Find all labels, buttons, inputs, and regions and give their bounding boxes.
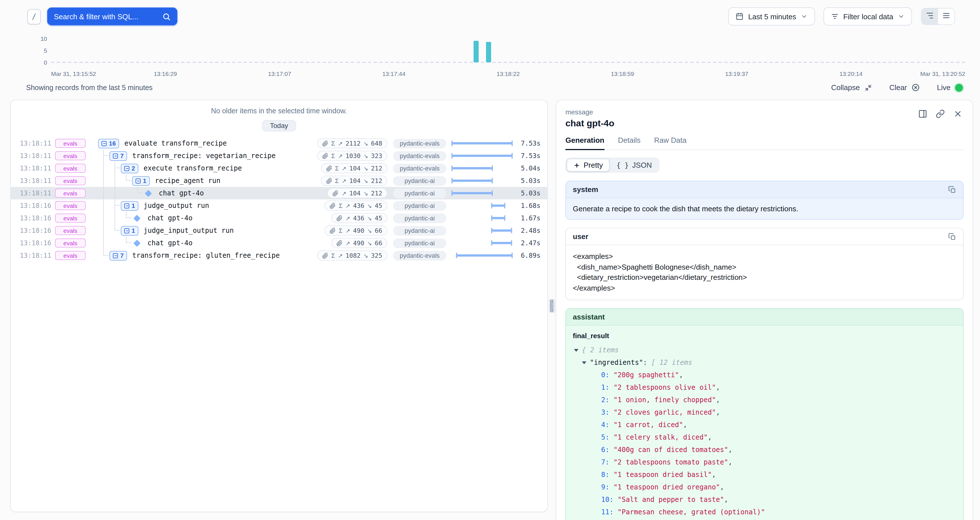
- json-key-line[interactable]: "ingredients": [ 12 items: [573, 356, 956, 369]
- chart-ytick-label: 5: [44, 47, 47, 54]
- live-toggle[interactable]: Live: [937, 83, 963, 92]
- chart-bar[interactable]: [486, 42, 492, 62]
- span-metadata-pill[interactable]: ↗490 ↘66: [331, 238, 387, 248]
- package-badge[interactable]: pydantic-ai: [393, 201, 446, 211]
- json-array-item: 0: "200g spaghetti",: [573, 369, 956, 381]
- grip-dots-icon: [552, 303, 552, 309]
- row-tag-badge[interactable]: evals: [55, 189, 86, 198]
- row-tag-badge[interactable]: evals: [55, 176, 86, 185]
- tokens-out-icon: ↘: [363, 153, 368, 159]
- expand-collapse-button[interactable]: 16: [98, 138, 119, 148]
- trace-row[interactable]: 13:18:16 evals 1 judge_output run Σ ↗436…: [11, 200, 547, 212]
- role-label: assistant: [573, 313, 605, 321]
- row-tag-badge[interactable]: evals: [55, 201, 86, 210]
- json-root-line[interactable]: { 2 items: [573, 344, 956, 356]
- span-metadata-pill[interactable]: Σ ↗490 ↘66: [325, 225, 387, 236]
- row-tag-badge[interactable]: evals: [55, 151, 86, 160]
- span-metadata-pill[interactable]: Σ ↗104 ↘212: [321, 176, 387, 186]
- package-badge[interactable]: pydantic-evals: [393, 138, 446, 148]
- duration-bar: [492, 217, 505, 219]
- span-metadata-pill[interactable]: ↗436 ↘45: [331, 213, 387, 223]
- chart-xtick-label: 13:18:22: [496, 70, 520, 77]
- json-mode-button[interactable]: { } JSON: [610, 159, 659, 172]
- span-metadata-pill[interactable]: Σ ↗1082 ↘325: [317, 250, 387, 260]
- tab-raw-data[interactable]: Raw Data: [654, 136, 687, 149]
- tokens-out-icon: ↘: [363, 140, 368, 146]
- tree-view-button[interactable]: [921, 8, 938, 24]
- records-timeline-chart[interactable]: 1050 Mar 31, 13:15:5213:16:2913:17:0713:…: [32, 32, 965, 77]
- row-tag-badge[interactable]: evals: [55, 251, 86, 260]
- list-view-button[interactable]: [938, 8, 955, 24]
- span-metadata-pill[interactable]: ↗104 ↘212: [328, 188, 387, 198]
- dock-panel-icon[interactable]: [918, 109, 927, 118]
- clear-button[interactable]: Clear: [889, 83, 920, 92]
- trace-row[interactable]: 13:18:16 evals 1 judge_input_output run …: [11, 224, 547, 237]
- expand-collapse-button[interactable]: 1: [121, 226, 138, 235]
- role-label: system: [573, 185, 598, 194]
- expand-collapse-button[interactable]: 1: [132, 176, 150, 185]
- pretty-mode-button[interactable]: Pretty: [566, 159, 610, 172]
- trace-row[interactable]: 13:18:11 evals 7 transform_recipe: veget…: [11, 149, 547, 162]
- trace-row[interactable]: 13:18:11 evals 2 execute transform_recip…: [11, 162, 547, 174]
- package-badge[interactable]: pydantic-evals: [393, 250, 446, 260]
- row-tag-badge[interactable]: evals: [55, 164, 86, 173]
- chart-plot: 1050: [51, 38, 965, 62]
- package-badge[interactable]: pydantic-ai: [393, 226, 446, 235]
- time-range-button[interactable]: Last 5 minutes: [729, 7, 815, 25]
- tokens-out-count: 66: [375, 239, 383, 247]
- duration-label: 5.04s: [512, 164, 541, 172]
- package-badge[interactable]: pydantic-evals: [393, 151, 446, 160]
- json-string-value: "2 tablespoons olive oil": [613, 381, 716, 394]
- trace-row[interactable]: 13:18:11 evals 1 recipe_agent run Σ ↗104…: [11, 174, 547, 187]
- row-tag-badge[interactable]: evals: [55, 139, 86, 148]
- today-pill[interactable]: Today: [262, 120, 296, 132]
- package-badge[interactable]: pydantic-ai: [393, 238, 446, 248]
- row-tag-badge[interactable]: evals: [55, 214, 86, 223]
- trace-row[interactable]: 13:18:11 evals 16 evaluate transform_rec…: [11, 137, 547, 149]
- expand-collapse-button[interactable]: 7: [110, 250, 127, 260]
- copy-button[interactable]: [948, 185, 956, 193]
- package-badge[interactable]: pydantic-evals: [393, 163, 446, 173]
- message-assistant-header: assistant: [566, 309, 963, 326]
- tokens-out-icon: ↘: [363, 178, 368, 184]
- expand-collapse-button[interactable]: 7: [110, 151, 127, 160]
- collapse-button[interactable]: Collapse: [831, 83, 872, 92]
- row-tag-badge[interactable]: evals: [55, 238, 86, 247]
- attachment-icon: [326, 178, 332, 184]
- trace-row[interactable]: 13:18:11 evals 7 transform_recipe: glute…: [11, 249, 547, 262]
- trace-row[interactable]: 13:18:16 evals chat gpt-4o ↗436 ↘45 pyda…: [11, 212, 547, 224]
- tree-guide: [110, 224, 121, 237]
- duration-bar: [492, 230, 512, 231]
- span-metadata-pill[interactable]: Σ ↗2112 ↘648: [317, 138, 387, 148]
- chart-bar[interactable]: [473, 41, 478, 62]
- span-metadata-pill[interactable]: Σ ↗104 ↘212: [321, 163, 387, 173]
- record-kind-label: message: [565, 108, 964, 116]
- row-tag-badge[interactable]: evals: [55, 226, 86, 235]
- trace-row[interactable]: 13:18:16 evals chat gpt-4o ↗490 ↘66 pyda…: [11, 237, 547, 249]
- collapse-minus-icon: [124, 228, 129, 233]
- detail-panel-actions: [918, 109, 963, 118]
- tab-generation[interactable]: Generation: [565, 136, 604, 149]
- tab-details[interactable]: Details: [618, 136, 641, 149]
- tree-guide: [121, 174, 132, 187]
- close-icon[interactable]: [953, 109, 963, 118]
- slash-shortcut-key[interactable]: /: [27, 9, 41, 24]
- json-string-value: "1 teaspoon dried basil": [613, 468, 712, 481]
- expand-collapse-button[interactable]: 2: [121, 163, 138, 173]
- attachment-icon: [336, 240, 342, 246]
- expand-collapse-button[interactable]: 1: [121, 201, 138, 211]
- span-metadata-pill[interactable]: Σ ↗436 ↘45: [325, 201, 387, 211]
- panel-resize-handle[interactable]: [549, 299, 555, 313]
- copy-button[interactable]: [948, 233, 956, 241]
- filter-local-data-button[interactable]: Filter local data: [824, 7, 912, 25]
- sql-search-button[interactable]: Search & filter with SQL...: [47, 7, 178, 25]
- duration-bar: [452, 179, 492, 182]
- span-metadata-pill[interactable]: Σ ↗1030 ↘323: [317, 151, 387, 161]
- package-badge[interactable]: pydantic-ai: [393, 213, 446, 223]
- chart-baseline: [51, 62, 965, 63]
- package-badge[interactable]: pydantic-ai: [393, 176, 446, 185]
- trace-row[interactable]: 13:18:11 evals chat gpt-4o ↗104 ↘212 pyd…: [11, 187, 547, 200]
- copy-link-icon[interactable]: [936, 109, 945, 118]
- package-badge[interactable]: pydantic-ai: [393, 188, 446, 198]
- row-timestamp: 13:18:16: [20, 227, 55, 235]
